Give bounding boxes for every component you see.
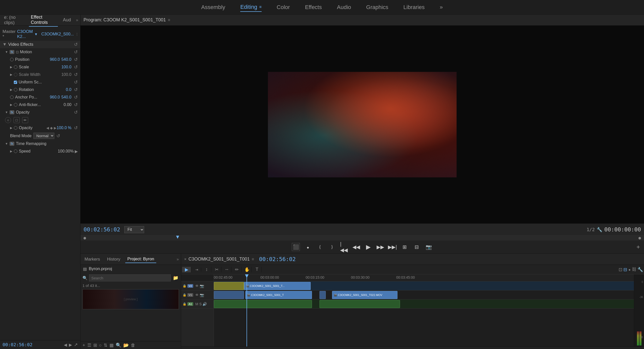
v1-clip-1[interactable] — [214, 291, 244, 299]
a1-m-badge[interactable]: M — [195, 302, 198, 306]
pen-tool[interactable]: ✏ — [232, 267, 242, 272]
time-remapping-expand[interactable]: ▼ — [5, 142, 8, 145]
timecode-next-btn[interactable]: ▶ — [69, 342, 72, 347]
video-effects-section-header[interactable]: ▼ Video Effects ↺ — [0, 41, 80, 48]
tab-aud[interactable]: Aud — [61, 16, 73, 24]
uniform-scale-checkbox[interactable] — [14, 81, 17, 84]
preview-scrubber[interactable] — [80, 235, 644, 240]
a1-track-row[interactable] — [214, 300, 634, 309]
scale-reset[interactable]: ↺ — [74, 64, 78, 70]
nav-more-icon[interactable]: » — [440, 4, 443, 11]
nav-color[interactable]: Color — [277, 3, 290, 12]
anchor-y-value[interactable]: 540.0 — [61, 95, 71, 99]
overflow-icon[interactable]: ⋮ — [75, 32, 79, 36]
scale-value[interactable]: 100.0 — [61, 65, 71, 69]
a1-clip-2[interactable] — [319, 300, 400, 308]
position-x-value[interactable]: 960.0 — [50, 57, 60, 62]
project-panel-overflow[interactable]: » — [177, 257, 179, 262]
v2-track-row[interactable]: 🎬 C3OOMK2_S001_S001_T... — [214, 281, 634, 290]
opacity-left-arrow[interactable]: ◀ — [46, 126, 49, 130]
fast-forward-button[interactable]: ▶▶ — [376, 243, 384, 251]
a1-s-badge[interactable]: S — [199, 302, 202, 306]
in-point-button[interactable]: { — [316, 243, 324, 251]
track-select-tool[interactable]: ⇥ — [192, 268, 201, 272]
antiflicker-value[interactable]: 0.00 — [64, 103, 71, 107]
tab-project[interactable]: Project: Byron — [125, 256, 156, 263]
timeline-playhead-line[interactable] — [247, 274, 247, 346]
slip-tool[interactable]: ↔ — [222, 267, 231, 272]
nav-editing-menu-icon[interactable]: ≡ — [259, 5, 261, 9]
text-tool[interactable]: T — [253, 267, 262, 272]
v2-lock-icon[interactable]: 🔒 — [183, 284, 186, 288]
pen-mask-tool[interactable]: ✏ — [22, 117, 28, 123]
hand-tool[interactable]: ✋ — [243, 267, 252, 272]
nav-assembly[interactable]: Assembly — [201, 3, 225, 12]
bar-chart-icon[interactable]: ▦ — [109, 342, 114, 348]
nav-graphics[interactable]: Graphics — [366, 3, 388, 12]
v1-clip-3[interactable] — [319, 291, 326, 299]
trash-icon[interactable]: 🗑 — [131, 343, 135, 348]
fit-dropdown[interactable]: Fit 25% 50% 75% 100% — [124, 226, 144, 233]
opacity-right-arrow[interactable]: ▶ — [54, 126, 57, 130]
folder-new-icon[interactable]: 📂 — [123, 342, 129, 348]
stop-button[interactable]: ⬛ — [292, 243, 300, 251]
razor-tool[interactable]: ✂ — [212, 267, 221, 272]
anchor-x-value[interactable]: 960.0 — [50, 95, 60, 99]
opacity-reset[interactable]: ↺ — [74, 110, 78, 115]
motion-fx-badge[interactable]: fx — [10, 50, 14, 54]
opacity-row[interactable]: ▼ fx Opacity ↺ — [0, 109, 80, 116]
opacity-percentage-value[interactable]: 100.0 % — [57, 126, 71, 130]
motion-row[interactable]: ▼ fx ⊡ Motion ↺ — [0, 48, 80, 56]
blend-mode-select[interactable]: Normal — [33, 133, 54, 139]
scale-expand[interactable]: ▶ — [10, 65, 12, 69]
play-button[interactable]: ▶ — [364, 243, 372, 251]
circle-icon-btn[interactable]: ○ — [99, 343, 102, 348]
section-collapse-arrow[interactable]: ▼ — [3, 42, 7, 47]
wrench-timeline-btn[interactable]: 🔧 — [637, 267, 643, 272]
magnet-snap[interactable]: ⊟ — [623, 267, 627, 272]
v1-track-row[interactable]: 🎬 C3OOMK2_S001_S001_T 🎬 C3OOMK2_S001_S00… — [214, 290, 634, 300]
export-frame-button[interactable]: 📷 — [425, 243, 433, 251]
master-dropdown-icon[interactable]: ▼ — [34, 32, 38, 36]
opacity-keyframe-diamond[interactable]: ◆ — [50, 126, 53, 130]
grid-view-icon[interactable]: ⊞ — [93, 342, 97, 348]
project-search-input[interactable] — [89, 274, 171, 281]
position-reset[interactable]: ↺ — [74, 57, 78, 62]
marker-button[interactable]: ⬥ — [304, 243, 312, 251]
nav-effects[interactable]: Effects — [305, 3, 322, 12]
extract-button[interactable]: ⊟ — [413, 243, 421, 251]
next-edit-button[interactable]: ▶▶| — [388, 243, 396, 251]
a1-clip-1[interactable] — [214, 300, 312, 308]
position-y-value[interactable]: 540.0 — [61, 57, 71, 62]
timeline-horizontal-scrollbar[interactable] — [181, 346, 644, 349]
rewind-button[interactable]: ◀◀ — [352, 243, 360, 251]
opacity-value-reset[interactable]: ↺ — [74, 125, 78, 131]
v1-eye-icon[interactable]: 👁 — [195, 293, 199, 297]
speed-forward-icon[interactable]: ▶ — [75, 149, 78, 154]
rotation-reset[interactable]: ↺ — [74, 87, 78, 92]
timecode-prev-btn[interactable]: ◀ — [64, 342, 67, 347]
motion-expand[interactable]: ▼ — [5, 50, 8, 54]
nav-audio[interactable]: Audio — [337, 3, 351, 12]
opacity-expand[interactable]: ▼ — [5, 111, 8, 114]
timecode-export-btn[interactable]: ↗ — [74, 342, 78, 347]
timeline-close-btn[interactable]: × — [184, 257, 186, 262]
v1-camera-icon[interactable]: 📷 — [200, 293, 204, 297]
tab-no-clips[interactable]: e: (no clips) — [2, 15, 26, 26]
v2-eye-icon[interactable]: 👁 — [195, 284, 199, 288]
v2-clip-1[interactable] — [214, 282, 244, 290]
ellipse-mask-tool[interactable]: ○ — [5, 117, 11, 123]
tab-markers[interactable]: Markers — [83, 256, 102, 263]
nav-libraries[interactable]: Libraries — [404, 3, 425, 12]
blend-mode-reset[interactable]: ↺ — [56, 133, 60, 139]
program-monitor-menu-icon[interactable]: ≡ — [168, 18, 170, 22]
a1-lock-icon[interactable]: 🔒 — [183, 302, 186, 306]
v2-camera-icon[interactable]: 📷 — [200, 284, 204, 288]
lift-button[interactable]: ⊞ — [400, 243, 409, 251]
antiflicker-expand[interactable]: ▶ — [10, 103, 12, 107]
linked-selection-btn[interactable]: ⛓ — [632, 267, 636, 272]
v1-sync-icon[interactable]: 🔒 — [183, 293, 186, 297]
rotation-expand[interactable]: ▶ — [10, 88, 12, 91]
settings-wrench-icon[interactable]: 🔧 — [597, 227, 602, 232]
tab-history[interactable]: History — [105, 256, 122, 263]
